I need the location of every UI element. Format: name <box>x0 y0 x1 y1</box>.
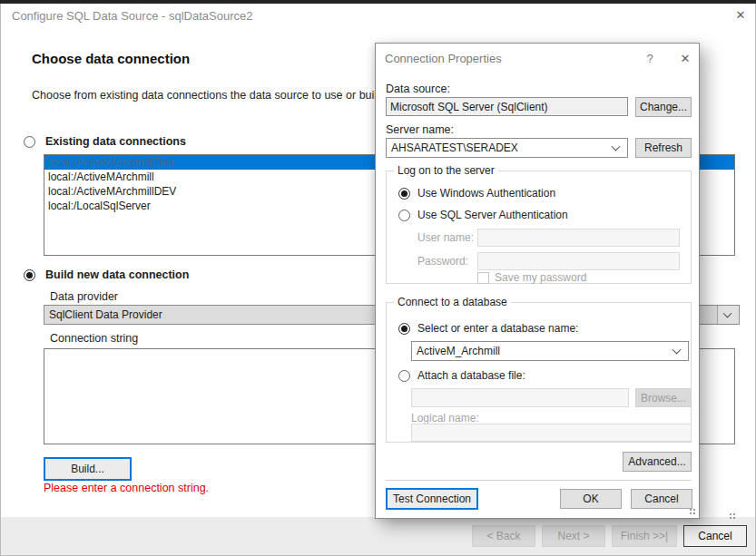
data-source-label: Data source: <box>386 83 450 95</box>
cancel-button[interactable]: Cancel <box>631 489 692 509</box>
save-password-label: Save my password <box>495 271 586 284</box>
dialog-title: Connection Properties <box>385 52 502 65</box>
existing-connections-radio[interactable] <box>24 136 35 148</box>
help-icon[interactable]: ? <box>642 51 658 67</box>
advanced-button[interactable]: Advanced... <box>623 452 692 472</box>
chevron-down-icon <box>723 309 732 318</box>
build-new-connection-label: Build new data connection <box>45 268 189 281</box>
next-button: Next > <box>542 525 605 547</box>
finish-button: Finish >>| <box>612 525 677 547</box>
logon-group-title: Log on to the server <box>394 164 498 177</box>
cancel-button[interactable]: Cancel <box>683 525 747 547</box>
database-group: Connect to a database Select or enter a … <box>386 302 692 443</box>
logical-name-label: Logical name: <box>411 412 479 424</box>
page-title: Choose data connection <box>32 51 190 66</box>
browse-button: Browse... <box>635 388 692 407</box>
select-database-label: Select or enter a database name: <box>417 322 578 335</box>
windows-auth-label: Use Windows Authentication <box>417 187 555 200</box>
attach-file-label: Attach a database file: <box>417 369 525 382</box>
password-field <box>477 252 680 270</box>
attach-file-field <box>411 388 629 407</box>
windows-auth-radio[interactable] <box>398 188 410 200</box>
refresh-button[interactable]: Refresh <box>635 138 692 158</box>
resize-grip-icon[interactable] <box>729 512 737 521</box>
logon-group: Log on to the server Use Windows Authent… <box>386 171 692 284</box>
test-connection-button[interactable]: Test Connection <box>386 488 478 510</box>
password-label: Password: <box>417 255 468 268</box>
chevron-down-icon <box>673 346 682 355</box>
select-database-radio[interactable] <box>398 323 410 335</box>
user-name-field <box>477 229 680 247</box>
attach-file-radio[interactable] <box>398 370 410 382</box>
build-button[interactable]: Build... <box>44 457 132 481</box>
server-name-combobox[interactable]: AHSARATEST\SERADEX <box>386 138 628 158</box>
user-name-label: User name: <box>417 231 474 244</box>
change-button[interactable]: Change... <box>635 97 692 117</box>
dialog-divider <box>386 480 692 481</box>
close-icon[interactable]: ✕ <box>730 5 751 25</box>
server-name-value: AHSARATEST\SERADEX <box>391 141 518 154</box>
logical-name-field <box>411 424 692 442</box>
ok-button[interactable]: OK <box>560 489 622 509</box>
server-name-label: Server name: <box>386 123 454 136</box>
database-name-value: ActiveM_Archmill <box>417 345 500 357</box>
background-window-strip <box>0 0 756 4</box>
resize-grip-icon[interactable] <box>689 508 697 516</box>
data-provider-value: SqlClient Data Provider <box>49 308 162 321</box>
data-source-field <box>386 97 628 116</box>
page-description: Choose from existing data connections th… <box>32 89 392 102</box>
validation-error-text: Please enter a connection string. <box>44 482 209 494</box>
connection-properties-dialog: Connection Properties ? ✕ Data source: C… <box>375 43 700 519</box>
build-new-connection-radio[interactable] <box>24 269 35 281</box>
sql-auth-radio[interactable] <box>398 210 410 221</box>
save-password-checkbox <box>477 272 489 284</box>
back-button: < Back <box>472 525 535 547</box>
sql-auth-label: Use SQL Server Authentication <box>417 209 568 221</box>
database-name-combobox[interactable]: ActiveM_Archmill <box>411 341 689 361</box>
data-provider-label: Data provider <box>50 290 118 303</box>
existing-connections-label: Existing data connections <box>45 135 186 148</box>
database-group-title: Connect to a database <box>394 296 511 308</box>
wizard-title: Configure SQL Data Source - sqlDataSourc… <box>12 9 252 23</box>
connection-string-label: Connection string <box>50 332 138 345</box>
close-icon[interactable]: ✕ <box>676 51 694 67</box>
chevron-down-icon <box>612 142 621 151</box>
